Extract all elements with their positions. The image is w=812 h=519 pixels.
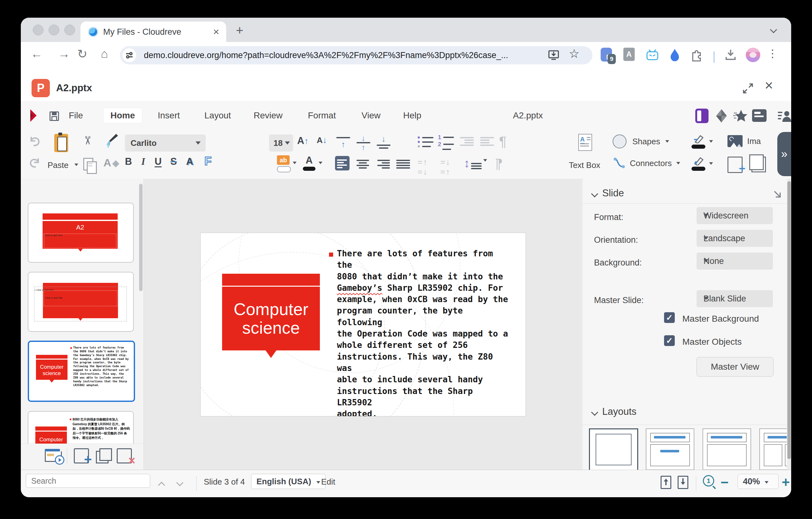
highlight-color-button[interactable]: ab <box>277 155 291 172</box>
font-color-arrow[interactable] <box>319 162 322 164</box>
address-bar[interactable]: demo.cloudreve.org/home?path=cloudreve%3… <box>120 46 592 64</box>
menu-view[interactable]: View <box>355 108 387 123</box>
increase-font-icon[interactable]: A↑ <box>297 135 309 146</box>
slide-thumbnail-4[interactable]: Computer 8080 芯片的很多功能都没有加入 Gameboy 的夏普 L… <box>28 411 134 443</box>
profile-avatar[interactable] <box>746 48 760 62</box>
font-color-button[interactable]: A <box>303 155 316 171</box>
menu-help[interactable]: Help <box>396 108 428 123</box>
slide-color-arrow[interactable] <box>709 140 713 143</box>
theme-panel-icon[interactable] <box>695 109 708 123</box>
increase-indent-icon[interactable] <box>460 136 474 147</box>
downloads-icon[interactable] <box>724 49 737 63</box>
fit-page-icon[interactable] <box>661 476 671 489</box>
orientation-dropdown[interactable]: Landscape <box>697 230 773 247</box>
browser-tab[interactable]: My Files - Cloudreve × <box>81 22 226 42</box>
add-placeholder-icon[interactable]: + <box>727 157 743 173</box>
decrease-font-icon[interactable]: A↓ <box>317 135 327 145</box>
thumbnails-scrollbar[interactable] <box>139 181 143 440</box>
menu-format[interactable]: Format <box>301 108 343 123</box>
slide-title-shape[interactable]: Computer science <box>222 286 320 350</box>
tab-close-icon[interactable]: × <box>213 25 219 38</box>
zoom-level-select[interactable]: 40% <box>737 474 779 489</box>
mode-label[interactable]: Edit <box>321 477 335 487</box>
forward-button[interactable]: → <box>56 47 72 61</box>
font-styles-icon[interactable]: F <box>204 155 212 168</box>
master-background-checkbox[interactable]: ✓ <box>664 312 675 323</box>
justify-icon[interactable] <box>396 159 410 170</box>
slides-stack-icon[interactable] <box>751 157 766 172</box>
search-input[interactable] <box>26 474 150 488</box>
font-size-select[interactable]: 18 <box>269 135 293 152</box>
text-box-button[interactable]: A Text Box <box>561 133 608 176</box>
fit-width-icon[interactable] <box>677 476 688 489</box>
bullet-list-icon[interactable] <box>418 135 433 149</box>
extension-a-icon[interactable]: A <box>624 48 635 61</box>
extension-bilibili-icon[interactable] <box>645 49 659 63</box>
slide-section-chevron-icon[interactable] <box>591 190 599 198</box>
feedback-card-icon[interactable] <box>752 109 766 122</box>
extension-phone-icon[interactable]: 9 <box>601 48 612 61</box>
language-select[interactable]: English (USA) <box>251 474 325 489</box>
url-text[interactable]: demo.cloudreve.org/home?path=cloudreve%3… <box>144 51 508 60</box>
undo-icon[interactable] <box>28 135 41 150</box>
numbered-list-icon[interactable]: 1 2 <box>438 134 454 150</box>
viewer-close-icon[interactable]: × <box>765 77 773 94</box>
find-previous-icon[interactable] <box>158 482 165 489</box>
decrease-indent-icon[interactable] <box>480 136 494 147</box>
user-chat-icon[interactable] <box>777 109 791 125</box>
back-button[interactable]: ← <box>29 47 45 61</box>
menu-home[interactable]: Home <box>104 108 142 123</box>
format-painter-icon[interactable] <box>105 133 119 151</box>
slide-thumbnail-2[interactable]: ▪ Click to add Text Click to add Title <box>28 272 134 332</box>
menu-insert[interactable]: Insert <box>151 108 187 123</box>
slide-thumbnail-1[interactable]: A2 Click to add Text <box>28 203 134 263</box>
bold-icon[interactable]: B <box>125 156 132 167</box>
slide-color-button[interactable] <box>692 134 705 149</box>
align-text-bottom-icon[interactable]: ↓ <box>377 135 390 150</box>
layouts-section-chevron-icon[interactable] <box>591 409 599 416</box>
sidebar-scrollbar[interactable] <box>787 179 791 470</box>
browser-menu-icon[interactable]: ⋮ <box>765 47 780 60</box>
extensions-puzzle-icon[interactable] <box>690 48 703 63</box>
master-view-button[interactable]: Master View <box>697 357 774 377</box>
traffic-close-button[interactable] <box>33 25 44 35</box>
text-effects-icon[interactable]: A <box>186 156 193 167</box>
start-slideshow-button[interactable] <box>45 449 61 462</box>
clear-format-icon[interactable]: A <box>104 157 118 169</box>
shape-gem-icon[interactable] <box>715 109 728 125</box>
paste-button[interactable]: Paste <box>41 133 80 176</box>
save-icon[interactable] <box>49 110 60 123</box>
strikethrough-icon[interactable]: S <box>170 156 177 167</box>
layout-two-content[interactable] <box>759 429 791 470</box>
paragraph-settings-icon[interactable]: ¶ <box>495 156 502 171</box>
menu-review[interactable]: Review <box>247 108 290 123</box>
move-up-icon[interactable]: =↑=↓ <box>418 157 428 177</box>
new-tab-button[interactable]: + <box>236 25 243 36</box>
font-name-select[interactable]: Carlito <box>125 135 206 152</box>
format-dropdown[interactable]: Widescreen <box>697 207 773 224</box>
menu-layout[interactable]: Layout <box>198 108 238 123</box>
cut-icon[interactable]: ✂ <box>81 136 94 145</box>
shape-fill-button[interactable] <box>692 156 705 171</box>
site-settings-icon[interactable] <box>122 48 136 62</box>
redo-icon[interactable] <box>28 157 41 172</box>
master-slide-dropdown[interactable]: Blank Slide <box>697 290 773 307</box>
slide-canvas[interactable]: Computer science There are lots of featu… <box>144 179 582 470</box>
line-spacing-button[interactable]: ↕ <box>464 157 487 170</box>
delete-slide-button[interactable]: × <box>117 448 132 463</box>
favorites-star-icon[interactable] <box>733 109 748 125</box>
menu-file[interactable]: File <box>62 108 90 123</box>
actual-size-icon[interactable]: 1 <box>703 475 714 487</box>
copy-icon[interactable] <box>83 158 93 170</box>
move-down-icon[interactable]: =↓=↑ <box>440 157 451 177</box>
slide-title-band[interactable] <box>222 274 320 286</box>
slide-thumbnail-3-selected[interactable]: Computer science There are lots of featu… <box>28 340 135 402</box>
align-left-icon[interactable] <box>335 156 350 170</box>
layout-title-only[interactable] <box>702 429 751 470</box>
layout-blank[interactable] <box>589 429 638 470</box>
slide-body-text[interactable]: There are lots of features from the8080 … <box>337 248 512 416</box>
layout-title-content[interactable] <box>646 429 694 470</box>
toolbar-expand-button[interactable]: » <box>777 132 791 176</box>
align-center-icon[interactable] <box>356 159 370 170</box>
shape-fill-arrow[interactable] <box>709 162 713 165</box>
